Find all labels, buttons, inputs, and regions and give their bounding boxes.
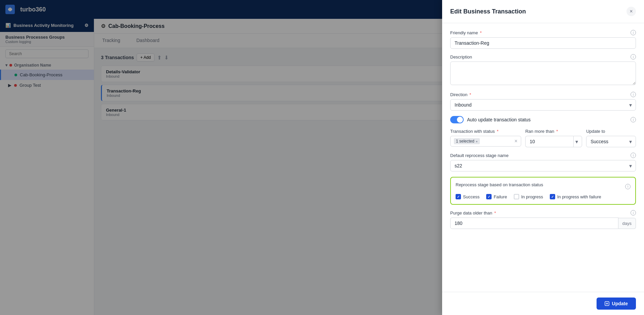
purge-data-label: Purge data older than * bbox=[450, 210, 496, 215]
in-progress-checkbox[interactable] bbox=[514, 194, 519, 199]
transaction-status-tag-input[interactable]: 1 selected ● × bbox=[450, 136, 521, 147]
purge-data-group: Purge data older than * i days bbox=[450, 210, 636, 229]
description-info-icon[interactable]: i bbox=[631, 54, 636, 60]
reprocess-stage-wrapper: s22 bbox=[450, 160, 636, 171]
status-row: Transaction with status * 1 selected ● ×… bbox=[450, 129, 636, 147]
ran-more-col: Ran more than * Min... Sec... Hr... bbox=[525, 129, 582, 147]
friendly-name-info-icon[interactable]: i bbox=[631, 30, 636, 35]
auto-update-info-icon[interactable]: i bbox=[631, 117, 636, 122]
friendly-name-group: Friendly name * i bbox=[450, 30, 636, 49]
checkbox-success[interactable]: Success bbox=[456, 194, 479, 199]
ran-unit-wrapper: Min... Sec... Hr... bbox=[573, 136, 582, 147]
ran-more-input[interactable] bbox=[525, 136, 573, 147]
reprocess-stage-group: Default reprocess stage name i s22 bbox=[450, 153, 636, 171]
modal-close-button[interactable]: × bbox=[627, 7, 636, 16]
direction-label: Direction * bbox=[450, 92, 471, 97]
direction-select-wrapper: Inbound Outbound bbox=[450, 99, 636, 111]
direction-group: Direction * i Inbound Outbound bbox=[450, 92, 636, 111]
update-icon bbox=[605, 301, 609, 306]
update-to-label: Update to bbox=[586, 129, 636, 134]
description-group: Description i bbox=[450, 54, 636, 86]
reprocess-stage-label: Default reprocess stage name bbox=[450, 153, 508, 158]
modal-title: Edit Business Transaction bbox=[450, 8, 526, 15]
selected-tag: 1 selected ● bbox=[454, 138, 480, 144]
auto-update-toggle[interactable] bbox=[450, 116, 464, 123]
edit-business-transaction-modal: Edit Business Transaction × Friendly nam… bbox=[442, 0, 644, 315]
direction-info-icon[interactable]: i bbox=[631, 92, 636, 97]
ran-unit-select[interactable]: Min... Sec... Hr... bbox=[573, 136, 582, 147]
transaction-status-label: Transaction with status * bbox=[450, 129, 521, 134]
purge-input-row: days bbox=[450, 218, 636, 229]
update-to-select[interactable]: Success Failure In progress bbox=[586, 136, 636, 147]
transaction-status-col: Transaction with status * 1 selected ● × bbox=[450, 129, 521, 147]
purge-input[interactable] bbox=[450, 218, 618, 229]
auto-update-label: Auto update transaction status bbox=[467, 117, 531, 122]
checkbox-in-progress-failure[interactable]: In progress with failure bbox=[550, 194, 601, 199]
reprocess-box: Reprocess stage based on transaction sta… bbox=[450, 177, 636, 205]
ran-more-label: Ran more than * bbox=[525, 129, 582, 134]
modal-body: Friendly name * i Description i Directio… bbox=[442, 23, 644, 292]
checkbox-in-progress[interactable]: In progress bbox=[514, 194, 543, 199]
description-textarea[interactable] bbox=[450, 62, 636, 85]
reprocess-stage-info-icon[interactable]: i bbox=[631, 153, 636, 158]
checkbox-row: Success Failure In progress In progress … bbox=[456, 194, 631, 199]
update-button[interactable]: Update bbox=[597, 298, 636, 310]
tag-remove-button[interactable]: ● bbox=[476, 140, 478, 143]
friendly-name-label: Friendly name * bbox=[450, 30, 481, 35]
purge-suffix: days bbox=[618, 218, 636, 229]
failure-checkbox[interactable] bbox=[486, 194, 492, 199]
success-checkbox[interactable] bbox=[456, 194, 461, 199]
in-progress-failure-checkbox[interactable] bbox=[550, 194, 555, 199]
checkbox-failure[interactable]: Failure bbox=[486, 194, 507, 199]
auto-update-toggle-row: Auto update transaction status i bbox=[450, 116, 636, 123]
description-label: Description bbox=[450, 54, 472, 60]
reprocess-box-info-icon[interactable]: i bbox=[625, 184, 631, 189]
reprocess-stage-title: Reprocess stage based on transaction sta… bbox=[456, 182, 543, 187]
update-to-col: Update to Success Failure In progress bbox=[586, 129, 636, 147]
update-to-wrapper: Success Failure In progress bbox=[586, 136, 636, 147]
tag-clear-button[interactable]: × bbox=[514, 138, 517, 144]
purge-info-icon[interactable]: i bbox=[631, 210, 636, 215]
reprocess-stage-select[interactable]: s22 bbox=[450, 160, 636, 171]
modal-header: Edit Business Transaction × bbox=[442, 0, 644, 23]
friendly-name-input[interactable] bbox=[450, 37, 636, 49]
direction-select[interactable]: Inbound Outbound bbox=[450, 99, 636, 111]
ran-more-input-group: Min... Sec... Hr... bbox=[525, 136, 582, 147]
modal-footer: Update bbox=[442, 292, 644, 315]
